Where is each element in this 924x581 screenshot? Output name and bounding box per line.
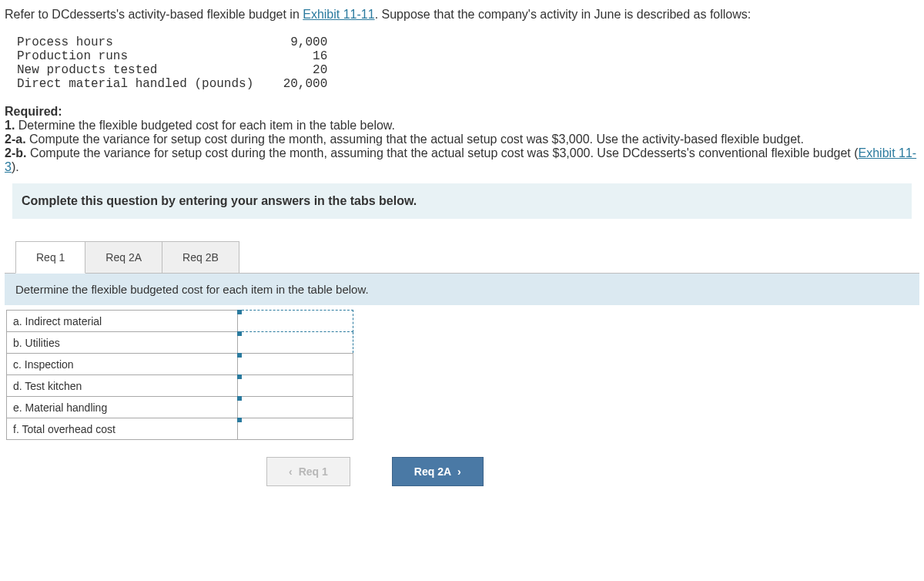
intro-prefix: Refer to DCdesserts's activity-based fle…: [5, 8, 303, 21]
table-row: d. Test kitchen: [7, 375, 353, 397]
row-label: f. Total overhead cost: [7, 418, 238, 440]
row-input[interactable]: [238, 375, 353, 397]
intro-suffix: . Suppose that the company's activity in…: [375, 8, 752, 21]
row-input[interactable]: [238, 418, 353, 440]
chevron-right-icon: ›: [457, 465, 461, 478]
req-2b-num: 2-b.: [5, 146, 26, 160]
row-input[interactable]: [238, 397, 353, 418]
req-1-text: Determine the flexible budgeted cost for…: [15, 119, 395, 132]
instruction-bar: Complete this question by entering your …: [12, 183, 912, 219]
tab-panel-instruction: Determine the flexible budgeted cost for…: [5, 273, 919, 305]
req-2b-text-pre: Compute the variance for setup cost duri…: [26, 146, 858, 160]
chevron-left-icon: ‹: [289, 465, 293, 478]
tabs-row: Req 1 Req 2A Req 2B: [15, 240, 919, 273]
table-row: b. Utilities: [7, 332, 353, 354]
cell-marker-icon: [237, 331, 242, 336]
tab-req-1[interactable]: Req 1: [15, 241, 85, 274]
table-row: e. Material handling: [7, 397, 353, 418]
intro-paragraph: Refer to DCdesserts's activity-based fle…: [5, 8, 919, 22]
next-button-label: Req 2A: [414, 465, 451, 478]
row-label: a. Indirect material: [7, 311, 238, 332]
cell-marker-icon: [237, 396, 242, 401]
req-2b-text-post: ).: [12, 160, 19, 173]
answer-table: a. Indirect materialb. Utilitiesc. Inspe…: [6, 310, 353, 440]
cell-marker-icon: [237, 353, 242, 358]
row-input[interactable]: [238, 354, 353, 375]
tab-req-2a[interactable]: Req 2A: [85, 241, 162, 274]
exhibit-11-11-link[interactable]: Exhibit 11-11: [303, 8, 374, 21]
row-label: b. Utilities: [7, 332, 238, 354]
row-label: d. Test kitchen: [7, 375, 238, 397]
cell-marker-icon: [237, 374, 242, 379]
req-2a-num: 2-a.: [5, 133, 26, 146]
row-input[interactable]: [238, 332, 353, 354]
req-2a-text: Compute the variance for setup cost duri…: [26, 133, 804, 146]
req-1-num: 1.: [5, 119, 15, 132]
table-row: a. Indirect material: [7, 311, 353, 332]
nav-buttons: ‹ Req 1 Req 2A ›: [266, 457, 919, 486]
prev-button-label: Req 1: [299, 465, 328, 478]
required-heading: Required:: [5, 105, 62, 118]
cell-marker-icon: [237, 310, 242, 314]
tab-req-2b[interactable]: Req 2B: [162, 241, 239, 274]
prev-button: ‹ Req 1: [266, 457, 350, 486]
row-label: c. Inspection: [7, 354, 238, 375]
activity-data-block: Process hours 9,000 Production runs 16 N…: [17, 35, 919, 91]
row-input[interactable]: [238, 311, 353, 332]
next-button[interactable]: Req 2A ›: [392, 457, 484, 486]
cell-marker-icon: [237, 418, 242, 422]
table-row: c. Inspection: [7, 354, 353, 375]
table-row: f. Total overhead cost: [7, 418, 353, 440]
required-block: Required: 1. Determine the flexible budg…: [5, 105, 919, 174]
row-label: e. Material handling: [7, 397, 238, 418]
